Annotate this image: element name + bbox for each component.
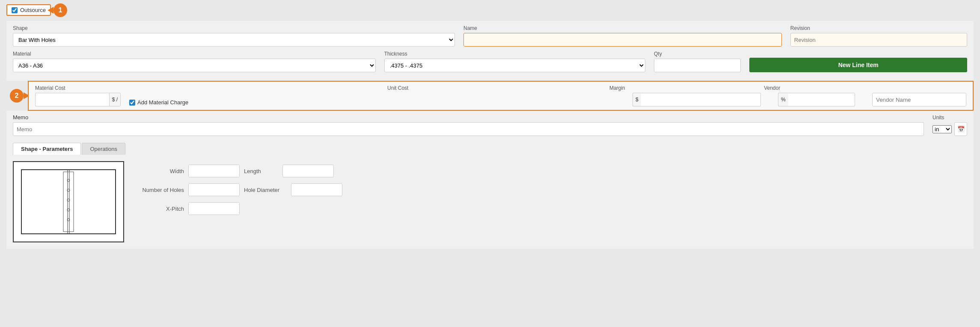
units-section: Units in mm ft 📅 bbox=[932, 115, 967, 136]
material-select[interactable]: A36 - A36 A500 - A500 304 SS - 304 SS bbox=[13, 59, 376, 72]
new-line-item-button[interactable]: New Line Item bbox=[749, 58, 967, 72]
add-material-charge-checkbox[interactable] bbox=[129, 100, 135, 106]
memo-group: Memo bbox=[13, 114, 924, 136]
shape-select[interactable]: Bar With Holes Bar Angle Channel Tube bbox=[13, 33, 455, 47]
tabs-bar: Shape - Parameters Operations bbox=[13, 143, 967, 155]
main-container: Outsource 1 Shape Bar With Holes Bar Ang… bbox=[0, 0, 980, 327]
thickness-group: Thickness .4375 - .4375 .25 - .25 .5 - .… bbox=[384, 51, 645, 72]
margin-header: Margin bbox=[609, 85, 744, 91]
hole-diameter-label: Hole Diameter bbox=[244, 187, 287, 193]
width-label: Width bbox=[137, 168, 184, 174]
badge1-arrow bbox=[48, 7, 53, 14]
cost-section: Material Cost Unit Cost Margin Vendor 0.… bbox=[28, 81, 974, 111]
shape-name-revision-row: Shape Bar With Holes Bar Angle Channel T… bbox=[13, 25, 967, 47]
qty-group: Qty 1 bbox=[654, 51, 741, 72]
add-material-charge-text: Add Material Charge bbox=[137, 99, 188, 106]
outsource-checkbox-box: Outsource bbox=[6, 4, 51, 16]
vendor-input[interactable] bbox=[872, 93, 966, 106]
units-label: Units bbox=[932, 115, 967, 121]
revision-label: Revision bbox=[790, 25, 967, 31]
name-input[interactable]: Bar With Holes bbox=[463, 33, 782, 47]
material-label: Material bbox=[13, 51, 376, 57]
material-group: Material A36 - A36 A500 - A500 304 SS - … bbox=[13, 51, 376, 72]
material-thickness-qty-row: Material A36 - A36 A500 - A500 304 SS - … bbox=[13, 51, 967, 72]
shape-params: Width 300 Length 10 Number of Holes 5 Ho… bbox=[137, 165, 342, 215]
xpitch-param-row: X-Pitch 2.5 bbox=[137, 202, 342, 215]
length-input[interactable]: 10 bbox=[282, 165, 334, 177]
vendor-group bbox=[872, 93, 966, 106]
new-line-btn-group: New Line Item bbox=[749, 58, 967, 72]
width-input[interactable]: 300 bbox=[188, 165, 240, 177]
badge2-circle: 2 bbox=[10, 89, 24, 103]
add-material-charge-group: Add Material Charge bbox=[129, 99, 607, 106]
xpitch-input[interactable]: 2.5 bbox=[188, 202, 240, 215]
margin-input-group: % 5 bbox=[778, 93, 855, 106]
qty-input[interactable]: 1 bbox=[654, 59, 741, 72]
xpitch-label: X-Pitch bbox=[137, 206, 184, 212]
add-material-charge-label[interactable]: Add Material Charge bbox=[129, 99, 188, 106]
outsource-label: Outsource bbox=[20, 7, 46, 13]
name-label: Name bbox=[463, 25, 782, 31]
outsource-wrapper: Outsource 1 bbox=[6, 4, 51, 16]
shape-preview bbox=[13, 161, 124, 242]
length-label: Length bbox=[244, 168, 278, 174]
shape-parameters-content: Width 300 Length 10 Number of Holes 5 Ho… bbox=[6, 155, 974, 249]
outsource-row: Outsource 1 bbox=[6, 4, 974, 16]
unit-cost-input[interactable]: 0.00 bbox=[641, 93, 761, 106]
revision-group: Revision bbox=[790, 25, 967, 47]
qty-label: Qty bbox=[654, 51, 741, 57]
shape-name-revision-section: Shape Bar With Holes Bar Angle Channel T… bbox=[6, 21, 974, 81]
memo-input[interactable] bbox=[13, 122, 924, 136]
revision-input[interactable] bbox=[790, 33, 967, 47]
unit-cost-header: Unit Cost bbox=[387, 85, 590, 91]
unit-cost-prefix: $ bbox=[633, 93, 641, 106]
material-cost-suffix: $ / bbox=[109, 93, 121, 106]
cost-row: 0.0 $ / Add Material Charge $ 0.00 bbox=[35, 93, 966, 106]
unit-cost-input-group: $ 0.00 bbox=[633, 93, 761, 106]
number-of-holes-label: Number of Holes bbox=[137, 187, 184, 193]
material-cost-input[interactable]: 0.0 bbox=[35, 93, 109, 106]
tabs-section: Shape - Parameters Operations bbox=[6, 139, 974, 155]
material-cost-header: Material Cost bbox=[35, 85, 197, 91]
thickness-label: Thickness bbox=[384, 51, 645, 57]
number-of-holes-input[interactable]: 5 bbox=[188, 183, 240, 196]
thickness-select[interactable]: .4375 - .4375 .25 - .25 .5 - .5 bbox=[384, 59, 645, 72]
units-row: in mm ft 📅 bbox=[932, 122, 967, 136]
material-cost-input-group: 0.0 $ / bbox=[35, 93, 121, 106]
badge1-circle: 1 bbox=[53, 3, 67, 17]
calendar-icon: 📅 bbox=[957, 126, 965, 133]
margin-input[interactable]: 5 bbox=[788, 93, 855, 106]
vendor-header: Vendor bbox=[764, 85, 966, 91]
memo-label: Memo bbox=[13, 114, 924, 121]
shape-preview-svg bbox=[17, 165, 120, 238]
tab-operations[interactable]: Operations bbox=[82, 143, 125, 155]
name-group: Name Bar With Holes bbox=[463, 25, 782, 47]
shape-label: Shape bbox=[13, 25, 455, 31]
cost-section-wrapper: 2 Material Cost Unit Cost Margin Vendor … bbox=[28, 81, 974, 111]
shape-group: Shape Bar With Holes Bar Angle Channel T… bbox=[13, 25, 455, 47]
memo-section: Memo Units in mm ft 📅 bbox=[6, 111, 974, 139]
hole-diameter-input[interactable]: 0.5 bbox=[291, 183, 342, 196]
calendar-button[interactable]: 📅 bbox=[954, 122, 967, 136]
margin-prefix: % bbox=[778, 93, 788, 106]
outsource-checkbox[interactable] bbox=[12, 7, 18, 13]
units-select[interactable]: in mm ft bbox=[932, 125, 952, 133]
width-param-row: Width 300 Length 10 bbox=[137, 165, 342, 177]
tab-shape-parameters[interactable]: Shape - Parameters bbox=[13, 143, 81, 155]
holes-param-row: Number of Holes 5 Hole Diameter 0.5 bbox=[137, 183, 342, 196]
